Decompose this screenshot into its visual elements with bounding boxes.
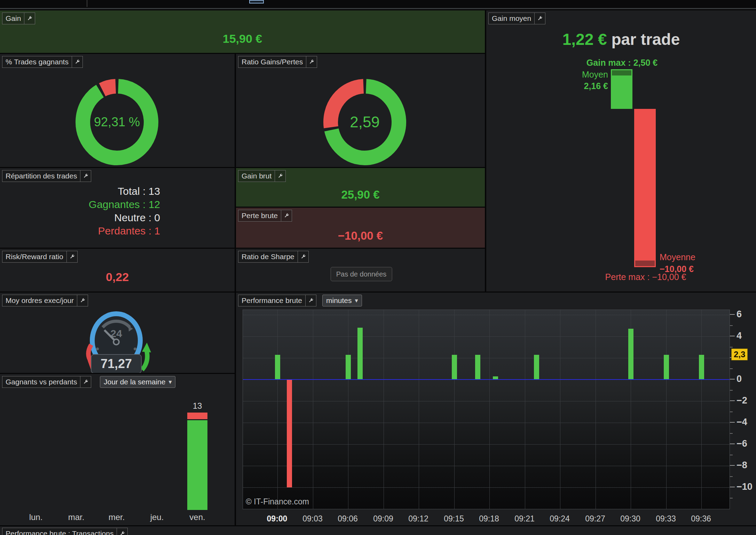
panel-ratio-label: Ratio Gains/Pertes bbox=[238, 56, 306, 67]
wrench-icon[interactable] bbox=[117, 528, 127, 535]
grid-hline bbox=[243, 315, 730, 315]
gain-moyen-title-value: 1,22 € bbox=[562, 30, 607, 48]
wrench-icon[interactable] bbox=[24, 13, 35, 24]
y-major-tick bbox=[730, 379, 735, 380]
gvp-day-label: lun. bbox=[20, 512, 52, 522]
x-tick-label: 09:21 bbox=[507, 514, 542, 524]
gain-moyen-red-bar bbox=[634, 109, 656, 267]
y-tick-label: 0 bbox=[737, 374, 742, 384]
panel-performance-brute: Performance brute minutes © IT-Finance.c… bbox=[236, 293, 756, 525]
wrench-icon[interactable] bbox=[80, 170, 91, 182]
wrench-icon[interactable] bbox=[77, 295, 88, 306]
perf-bar bbox=[664, 355, 669, 380]
panel-ratio-tag: Ratio Gains/Pertes bbox=[238, 56, 317, 68]
y-minor-tick bbox=[730, 368, 733, 369]
y-major-tick bbox=[730, 422, 735, 423]
y-major-tick bbox=[730, 314, 735, 315]
y-minor-tick bbox=[730, 455, 733, 455]
donut-ratio-gains-pertes bbox=[236, 54, 485, 167]
gain-moyen-green-bar bbox=[611, 69, 632, 109]
sharpe-no-data-label: Pas de données bbox=[331, 267, 392, 281]
panel-gain-brut-label: Gain brut bbox=[238, 170, 275, 182]
wrench-icon[interactable] bbox=[281, 210, 292, 221]
donut-pct-gagnants bbox=[0, 54, 235, 167]
repartition-row: Total : 13 bbox=[0, 185, 160, 198]
perte-max-label: Perte max : −10,00 € bbox=[586, 272, 705, 282]
x-tick-label: 09:09 bbox=[366, 514, 401, 524]
gvp-groupby-dropdown[interactable]: Jour de la semaine bbox=[100, 376, 175, 388]
y-major-tick bbox=[730, 336, 735, 336]
wrench-icon[interactable] bbox=[305, 295, 316, 306]
y-minor-tick bbox=[730, 476, 733, 477]
grid-vline bbox=[277, 310, 278, 509]
gain-brut-value: 25,90 € bbox=[236, 188, 485, 201]
panel-moy-ordres-label: Moy ordres exec/jour bbox=[2, 295, 77, 306]
panel-gain-moyen: Gain moyen 1,22 € par trade Gain max : 2… bbox=[486, 10, 756, 292]
wrench-icon[interactable] bbox=[298, 251, 308, 262]
grid-hline bbox=[243, 466, 730, 466]
gauge-value-text: 71,27 bbox=[101, 357, 132, 371]
x-tick-label: 09:33 bbox=[648, 514, 683, 524]
wrench-icon[interactable] bbox=[306, 56, 317, 67]
grid-vline bbox=[313, 310, 313, 509]
panel-transactions-label: Performance brute : Transactions bbox=[2, 528, 117, 535]
x-tick-label: 09:24 bbox=[542, 514, 577, 524]
grid-vline bbox=[348, 310, 348, 509]
x-tick-label: 09:00 bbox=[260, 514, 294, 524]
gain-moyen-title-suffix: par trade bbox=[607, 30, 680, 48]
repartition-row: Neutre : 0 bbox=[0, 211, 160, 224]
top-toolbar-button-fragment[interactable] bbox=[249, 0, 264, 3]
perf-bar bbox=[275, 355, 280, 380]
panel-repartition: Répartition des trades Total : 13Gagnant… bbox=[0, 168, 235, 248]
panel-repartition-label: Répartition des trades bbox=[2, 170, 80, 182]
grid-vline bbox=[419, 310, 419, 509]
grid-vline bbox=[666, 310, 667, 509]
wrench-icon[interactable] bbox=[275, 170, 285, 182]
panel-gain-label: Gain bbox=[2, 13, 24, 24]
perf-bar bbox=[452, 355, 457, 380]
panel-gvp-label: Gagnants vs perdants bbox=[2, 376, 80, 388]
grid-hline bbox=[243, 487, 730, 488]
y-tick-label: 6 bbox=[737, 309, 742, 320]
gvp-day-label: jeu. bbox=[141, 512, 173, 522]
watermark: © IT-Finance.com bbox=[246, 497, 309, 506]
perf-bar bbox=[357, 328, 363, 380]
grid-vline bbox=[454, 310, 455, 509]
gvp-bar-total-label: 13 bbox=[187, 401, 208, 411]
perf-timeframe-dropdown[interactable]: minutes bbox=[322, 295, 362, 306]
moyen-value: 2,16 € bbox=[584, 81, 608, 91]
moyenne-label: Moyenne bbox=[660, 252, 695, 262]
gain-moyen-red-avg-cap bbox=[635, 261, 655, 266]
last-value-badge: 2,3 bbox=[731, 349, 748, 360]
y-minor-tick bbox=[730, 325, 733, 326]
y-major-tick bbox=[730, 487, 735, 487]
x-tick-label: 09:12 bbox=[401, 514, 436, 524]
grid-hline bbox=[243, 509, 730, 509]
panel-gvp-tag: Gagnants vs perdants bbox=[2, 376, 91, 388]
panel-pct-tag: % Trades gagnants bbox=[2, 56, 83, 68]
gvp-groupby-value: Jour de la semaine bbox=[104, 378, 165, 386]
y-tick-label: −8 bbox=[737, 460, 747, 471]
wrench-icon[interactable] bbox=[534, 13, 545, 24]
panel-perf-label: Performance brute bbox=[238, 295, 305, 306]
wrench-icon[interactable] bbox=[66, 251, 77, 262]
y-tick-label: −6 bbox=[737, 438, 747, 449]
panel-risk-reward: Risk/Reward ratio 0,22 bbox=[0, 249, 235, 292]
moyenne-label-block: Moyenne −10,00 € bbox=[660, 251, 695, 275]
green-up-arrow-icon bbox=[142, 349, 147, 370]
panel-gain-moyen-label: Gain moyen bbox=[489, 13, 534, 24]
panel-perf-tag: Performance brute bbox=[238, 295, 316, 306]
grid-hline bbox=[243, 358, 730, 358]
y-tick-label: 4 bbox=[737, 330, 742, 341]
gvp-day-label: mar. bbox=[61, 512, 92, 522]
risk-reward-value: 0,22 bbox=[0, 270, 235, 284]
perf-bar bbox=[287, 380, 292, 487]
wrench-icon[interactable] bbox=[80, 376, 91, 388]
performance-chart-plot: © IT-Finance.com bbox=[243, 310, 730, 509]
wrench-icon[interactable] bbox=[72, 56, 82, 67]
grid-hline bbox=[243, 423, 730, 423]
panel-gain-brut: Gain brut 25,90 € bbox=[236, 168, 485, 207]
y-major-tick bbox=[730, 400, 735, 401]
panel-repartition-tag: Répartition des trades bbox=[2, 170, 91, 182]
x-tick-label: 09:36 bbox=[684, 514, 718, 524]
